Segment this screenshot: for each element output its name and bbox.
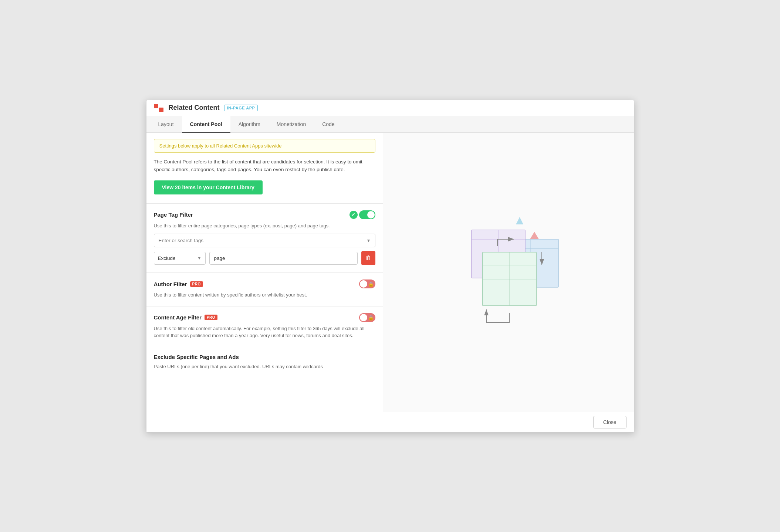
exclude-select-arrow: ▼ [197,256,202,260]
author-filter-desc: Use this to filter content written by sp… [154,291,375,299]
tag-search-input[interactable] [154,234,375,247]
svg-marker-0 [516,217,523,224]
author-pro-badge: PRO [190,281,203,287]
inpage-badge: IN-PAGE APP [224,105,258,111]
content-age-filter-section: Content Age Filter PRO 🔒 Use this to fil… [154,313,375,339]
logo-square-1 [154,104,158,108]
preview-svg [449,206,568,339]
notice-bar: Settings below apply to all Related Cont… [154,139,375,153]
author-toggle-knob [360,280,367,288]
view-library-button[interactable]: View 20 items in your Content Library [154,180,263,194]
author-toggle[interactable]: 🔒 [359,279,375,288]
tag-row: Exclude ▼ 🗑 [154,251,375,265]
page-tag-filter-title: Page Tag Filter [154,211,193,218]
modal-footer: Close [146,412,634,432]
dropdown-arrow-icon: ▼ [367,238,371,243]
content-age-toggle[interactable]: 🔒 [359,313,375,322]
toggle-check-icon [350,211,358,219]
divider-2 [146,272,383,273]
tag-search-wrapper: ▼ [154,234,375,247]
tab-bar: Layout Content Pool Algorithm Monetizati… [146,116,634,133]
content-age-filter-header: Content Age Filter PRO 🔒 [154,313,375,322]
exclude-pages-header: Exclude Specific Pages and Ads [154,354,375,360]
modal: Related Content IN-PAGE APP Layout Conte… [146,100,634,433]
exclude-pages-section: Exclude Specific Pages and Ads Paste URL… [154,354,375,370]
divider-4 [146,347,383,347]
exclude-pages-desc: Paste URLs (one per line) that you want … [154,363,375,370]
content-age-lock-icon: 🔒 [368,315,374,320]
tab-content-pool[interactable]: Content Pool [182,116,230,133]
tag-value-input[interactable] [209,252,358,265]
page-tag-toggle-container [350,210,375,219]
tab-algorithm[interactable]: Algorithm [230,116,269,133]
author-filter-header: Author Filter PRO 🔒 [154,279,375,288]
right-panel-preview [383,133,634,412]
divider-3 [146,306,383,306]
page-tag-filter-section: Page Tag Filter Use this to filter entir… [154,210,375,265]
content-age-filter-title: Content Age Filter PRO [154,314,218,321]
lock-icon: 🔒 [368,281,374,287]
exclude-pages-title: Exclude Specific Pages and Ads [154,354,239,360]
logo-square-2 [159,108,163,112]
modal-header: Related Content IN-PAGE APP [146,100,634,116]
close-button[interactable]: Close [593,416,627,428]
content-pool-description: The Content Pool refers to the list of c… [154,158,375,174]
left-panel: Settings below apply to all Related Cont… [146,133,383,412]
tab-layout[interactable]: Layout [150,116,182,133]
author-toggle-container: 🔒 [359,279,375,288]
content-age-toggle-knob [360,314,367,321]
logo-icon [154,104,164,112]
exclude-select[interactable]: Exclude ▼ [154,252,206,265]
page-tag-filter-header: Page Tag Filter [154,210,375,219]
logo [154,104,164,112]
divider-1 [146,203,383,204]
page-tag-toggle[interactable] [359,210,375,219]
author-filter-title: Author Filter PRO [154,281,203,287]
page-tag-filter-desc: Use this to filter entire page categorie… [154,222,375,230]
delete-tag-button[interactable]: 🗑 [361,251,375,265]
main-area: Settings below apply to all Related Cont… [146,133,634,412]
author-filter-section: Author Filter PRO 🔒 Use this to filter c… [154,279,375,299]
content-age-toggle-container: 🔒 [359,313,375,322]
toggle-knob [367,211,375,218]
modal-title: Related Content [169,104,220,112]
tab-monetization[interactable]: Monetization [269,116,314,133]
content-age-pro-badge: PRO [205,315,217,320]
tab-code[interactable]: Code [314,116,342,133]
exclude-label: Exclude [158,255,176,261]
trash-icon: 🗑 [365,255,371,261]
notice-text: Settings below apply to all Related Cont… [159,143,282,149]
content-age-filter-desc: Use this to filter old content automatic… [154,325,375,339]
